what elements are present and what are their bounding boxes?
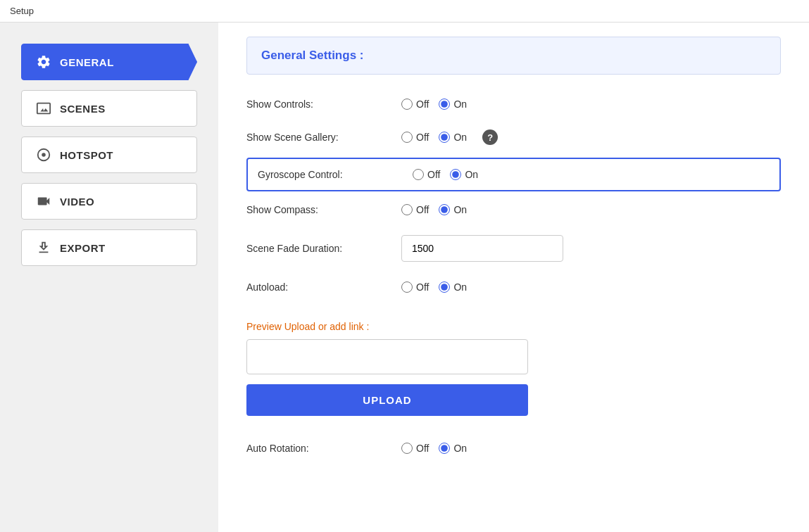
gyroscope-control-label: Gyroscope Control: [258, 169, 413, 180]
sidebar-scenes-label: SCENES [60, 103, 106, 115]
auto-rotation-on-radio[interactable] [439, 443, 450, 454]
gyroscope-control-radio-group: Off On [413, 169, 478, 180]
settings-title: General Settings : [261, 49, 766, 63]
show-scene-gallery-off-radio[interactable] [401, 132, 413, 143]
show-scene-gallery-label: Show Scene Gallery: [246, 132, 401, 143]
auto-rotation-label: Auto Rotation: [246, 443, 401, 454]
show-scene-gallery-on-label: On [453, 132, 467, 143]
show-controls-on-radio[interactable] [439, 99, 450, 110]
autoload-off-option[interactable]: Off [401, 281, 429, 293]
show-scene-gallery-row: Show Scene Gallery: Off On ? [246, 120, 781, 155]
sidebar-item-general[interactable]: GENERAL [21, 44, 197, 80]
show-compass-off-label: Off [416, 204, 429, 215]
sidebar-video-label: VIDEO [60, 196, 94, 208]
show-controls-radio-group: Off On [401, 99, 467, 110]
autoload-row: Autoload: Off On [246, 272, 781, 303]
app-title: Setup [10, 6, 34, 16]
sidebar-export-label: EXPORT [60, 242, 106, 254]
show-compass-row: Show Compass: Off On [246, 194, 781, 225]
sidebar-item-hotspot[interactable]: HOTSPOT [21, 137, 197, 173]
export-icon [36, 240, 51, 255]
show-controls-on-label: On [453, 99, 467, 110]
show-controls-row: Show Controls: Off On [246, 89, 781, 120]
gyroscope-control-on-label: On [465, 169, 478, 180]
show-controls-label: Show Controls: [246, 99, 401, 110]
show-controls-off-option[interactable]: Off [401, 99, 429, 110]
gyroscope-control-off-radio[interactable] [413, 169, 424, 180]
show-compass-on-label: On [453, 204, 467, 215]
gyroscope-control-off-option[interactable]: Off [413, 169, 440, 180]
show-compass-label: Show Compass: [246, 204, 401, 215]
show-scene-gallery-help-icon[interactable]: ? [482, 129, 498, 145]
show-scene-gallery-off-option[interactable]: Off [401, 132, 429, 143]
preview-upload-row: Preview Upload or add link : UPLOAD [246, 310, 781, 423]
auto-rotation-off-label: Off [416, 443, 429, 454]
video-icon [36, 194, 51, 209]
autoload-off-radio[interactable] [401, 281, 413, 293]
show-controls-off-label: Off [416, 99, 429, 110]
scene-fade-duration-label: Scene Fade Duration: [246, 243, 401, 254]
svg-point-1 [42, 153, 46, 157]
settings-header: General Settings : [246, 37, 781, 75]
show-scene-gallery-on-option[interactable]: On [439, 132, 467, 143]
show-scene-gallery-off-label: Off [416, 132, 429, 143]
sidebar-hotspot-label: HOTSPOT [60, 149, 113, 161]
show-controls-on-option[interactable]: On [439, 99, 467, 110]
autoload-off-label: Off [416, 281, 429, 293]
upload-button[interactable]: UPLOAD [246, 384, 528, 416]
gyroscope-control-on-option[interactable]: On [450, 169, 478, 180]
autoload-on-radio[interactable] [439, 281, 450, 293]
gear-icon [36, 54, 51, 70]
show-compass-off-radio[interactable] [401, 204, 413, 215]
autoload-on-option[interactable]: On [439, 281, 467, 293]
sidebar-general-label: GENERAL [60, 56, 114, 68]
app-body: GENERAL SCENES HOTSPOT [0, 23, 809, 532]
scene-fade-duration-row: Scene Fade Duration: 1500 [246, 225, 781, 272]
show-compass-on-radio[interactable] [439, 204, 450, 215]
preview-upload-label: Preview Upload or add link : [246, 321, 369, 332]
auto-rotation-off-radio[interactable] [401, 443, 413, 454]
show-compass-on-option[interactable]: On [439, 204, 467, 215]
scene-fade-duration-input[interactable]: 1500 [401, 235, 563, 262]
show-compass-radio-group: Off On [401, 204, 467, 215]
app-header: Setup [0, 0, 809, 23]
show-controls-off-radio[interactable] [401, 99, 413, 110]
auto-rotation-radio-group: Off On [401, 443, 467, 454]
gyroscope-control-on-radio[interactable] [450, 169, 461, 180]
main-content: General Settings : Show Controls: Off On… [218, 23, 809, 532]
autoload-on-label: On [453, 281, 467, 293]
gyroscope-control-off-label: Off [427, 169, 440, 180]
show-scene-gallery-radio-group: Off On ? [401, 129, 498, 145]
sidebar-item-video[interactable]: VIDEO [21, 183, 197, 220]
scenes-icon [36, 101, 51, 116]
sidebar: GENERAL SCENES HOTSPOT [0, 23, 218, 532]
autoload-label: Autoload: [246, 281, 401, 293]
gyroscope-control-row: Gyroscope Control: Off On [246, 158, 781, 191]
autoload-radio-group: Off On [401, 281, 467, 293]
hotspot-icon [36, 147, 51, 163]
auto-rotation-row: Auto Rotation: Off On [246, 433, 781, 464]
show-compass-off-option[interactable]: Off [401, 204, 429, 215]
auto-rotation-on-label: On [453, 443, 467, 454]
preview-upload-input[interactable] [246, 339, 528, 374]
sidebar-item-scenes[interactable]: SCENES [21, 90, 197, 127]
show-scene-gallery-on-radio[interactable] [439, 132, 450, 143]
auto-rotation-off-option[interactable]: Off [401, 443, 429, 454]
auto-rotation-on-option[interactable]: On [439, 443, 467, 454]
sidebar-item-export[interactable]: EXPORT [21, 229, 197, 266]
